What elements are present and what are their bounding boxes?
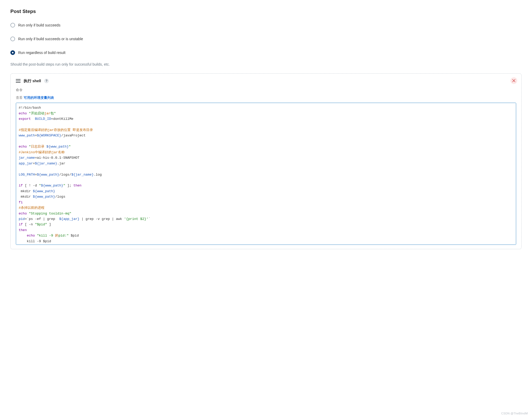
shell-step-block: 执行 shell ? 命令 查看 可用的环境变量列表 #!/bin/bash e… [10,73,522,249]
code-token: ` [148,217,150,221]
code-token: $pid [69,234,79,238]
code-token: "kill -9 [37,234,55,238]
code-token: 包" [50,112,56,115]
code-token: ]; [65,184,73,187]
code-token: export [19,117,31,121]
help-icon[interactable]: ? [44,79,49,83]
code-token: " [29,145,31,149]
drag-handle-icon[interactable] [16,79,21,83]
code-token: [ -n [23,223,35,226]
code-token: =`ps -ef | grep [25,217,59,221]
code-token: mkdir [19,189,33,193]
code-token: "Stopping tooldin-mq" [29,212,71,216]
code-token: =dontKillMe [51,117,73,121]
code-token: jar [44,112,50,115]
code-token: " [39,184,41,187]
radio-icon-selected [10,50,15,55]
code-token: pid [58,234,64,238]
code-token: ${www_path} [33,195,55,199]
code-token: 名称 [58,150,65,154]
code-token: echo [19,112,29,115]
code-token: www_path [19,134,35,137]
code-token: ${www_path} [46,145,69,149]
code-token: #指定最后编译好的 [19,128,48,132]
section-title: Post Steps [10,8,522,15]
step-title: 执行 shell [24,78,41,84]
code-token: /javaProject [61,134,86,137]
code-line: #!/bin/bash [19,106,41,110]
code-token: #杀掉以前的进程 [19,206,44,210]
code-token: ${www_path} [37,173,59,177]
code-token: .jar [57,162,65,165]
radio-row-regardless[interactable]: Run regardless of build result [10,50,522,55]
code-token: | grep -v grep | awk [79,217,124,221]
code-token: #Jenkins [19,150,35,154]
code-token: :" [65,234,69,238]
code-token: /logs [55,195,65,199]
code-token: mkdir [19,195,33,199]
code-token: ] [47,223,51,226]
shell-command-input[interactable]: #!/bin/bash echo "开始启动jar包" export BUILD… [16,103,516,245]
code-token: LOG_PATH [19,173,35,177]
watermark: CSDN @TheBlindM [501,411,528,416]
code-token: [ ! -d [23,184,39,187]
radio-label: Run only if build succeeds or is unstabl… [18,36,83,42]
code-token: 存放的位置 即是发布目录 [54,128,93,132]
code-token: ${www_path} [41,184,63,187]
code-token: then [19,228,27,232]
code-token: if [19,184,23,187]
code-token: echo [19,145,29,149]
help-text: Should the post-build steps run only for… [10,62,522,67]
env-hint: 查看 可用的环境变量列表 [16,95,516,100]
code-token: 日志目录 [31,145,46,149]
post-steps-radio-group: Run only if build succeeds Run only if b… [10,23,522,55]
code-token: ${WORKSPACE} [37,134,61,137]
code-token: fi [19,200,23,204]
code-token: kill -9 $pid [19,239,51,243]
radio-icon [10,37,15,41]
code-token: .log [94,173,102,177]
env-hint-prefix: 查看 [16,96,23,100]
code-token: ${jar_name} [71,173,94,177]
field-label: 命令 [16,87,516,93]
radio-label: Run only if build succeeds [18,23,60,28]
code-token: if [19,223,23,226]
step-header: 执行 shell ? [16,78,516,84]
code-token: echo [19,212,29,216]
code-token: =ai-his-0.0.1-SNAPSHOT [35,156,79,160]
radio-icon [10,23,15,27]
code-token: /logs/ [59,173,71,177]
code-token: ${www_path} [33,189,55,193]
radio-label: Run regardless of build result [18,50,65,55]
code-token: 中编译好的 [35,150,52,154]
code-token: ${app_jar} [59,217,79,221]
close-icon [512,79,515,82]
radio-row-succeeds-or-unstable[interactable]: Run only if build succeeds or is unstabl… [10,36,522,42]
code-token: '{print $2}' [124,217,149,221]
code-token: ${jar_name} [35,162,57,165]
code-token: jar [48,128,54,132]
code-token: jar [52,150,58,154]
code-token: jar_name [19,156,35,160]
code-token: app_jar [19,162,33,165]
code-token: " [69,145,71,149]
code-token: echo [19,234,37,238]
code-token: 的 [55,234,58,238]
code-token: pid [19,217,25,221]
close-button[interactable] [510,77,517,84]
code-token: BUILD_ID [31,117,51,121]
env-vars-link[interactable]: 可用的环境变量列表 [24,96,54,100]
code-token: then [73,184,82,187]
code-token: "$pid" [35,223,47,226]
code-token: "开始启动 [29,112,44,115]
radio-row-succeeds[interactable]: Run only if build succeeds [10,23,522,28]
